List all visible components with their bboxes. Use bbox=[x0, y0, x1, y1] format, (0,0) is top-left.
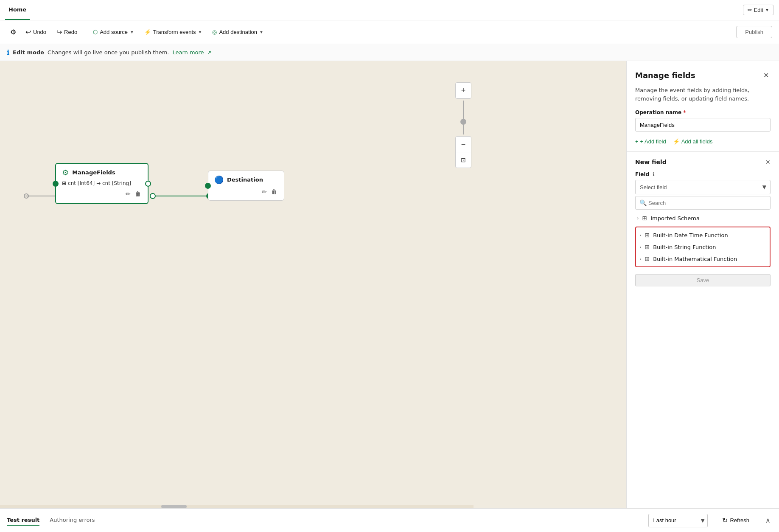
dropdown-item-imported-schema[interactable]: › ⊞ Imported Schema bbox=[635, 212, 771, 224]
add-destination-button[interactable]: ◎ Add destination ▼ bbox=[208, 26, 268, 38]
operation-name-input[interactable] bbox=[635, 118, 771, 132]
dropdown-item-math[interactable]: › ⊞ Built-in Mathematical Function bbox=[636, 253, 770, 265]
canvas-connectors bbox=[0, 61, 626, 508]
new-field-title: New field bbox=[635, 159, 667, 165]
add-source-icon: ⬡ bbox=[93, 29, 98, 35]
panel-description: Manage the event fields by adding fields… bbox=[627, 86, 779, 109]
destination-left-connector bbox=[205, 183, 211, 189]
new-field-close-button[interactable]: ✕ bbox=[765, 159, 771, 165]
field-label: Field bbox=[635, 171, 649, 177]
home-tab[interactable]: Home bbox=[5, 0, 30, 20]
destination-node-icon: 🔵 bbox=[214, 175, 224, 184]
node-content-text: cnt [Int64] → cnt [String] bbox=[68, 180, 131, 186]
select-field-dropdown[interactable]: Select field bbox=[635, 180, 771, 194]
svg-point-1 bbox=[24, 194, 28, 198]
collapse-button[interactable]: ∧ bbox=[764, 515, 772, 526]
operation-name-label: Operation name bbox=[635, 109, 681, 115]
fit-icon: ⊡ bbox=[461, 157, 466, 163]
zoom-out-button[interactable]: − bbox=[456, 137, 471, 152]
authoring-errors-tab[interactable]: Authoring errors bbox=[50, 515, 95, 526]
edit-icon: ✏ bbox=[748, 7, 752, 13]
zoom-in-button[interactable]: + bbox=[456, 83, 471, 98]
node-manage-fields-title: ManageFields bbox=[72, 169, 115, 176]
add-field-icon: + bbox=[635, 138, 639, 145]
undo-button[interactable]: ↩ Undo bbox=[21, 25, 50, 39]
node-edit-button[interactable]: ✏ bbox=[125, 190, 132, 198]
transform-events-button[interactable]: ⚡ Transform events ▼ bbox=[140, 26, 207, 38]
grid-icon: ⊞ bbox=[644, 255, 650, 262]
panel-title: Manage fields bbox=[635, 71, 695, 80]
publish-button[interactable]: Publish bbox=[736, 26, 772, 38]
chevron-right-icon: › bbox=[639, 256, 641, 262]
chevron-down-icon: ▼ bbox=[130, 30, 134, 34]
chevron-right-icon: › bbox=[639, 232, 641, 238]
lightning-icon: ⚡ bbox=[673, 138, 680, 145]
learn-more-link[interactable]: Learn more bbox=[172, 49, 204, 56]
highlighted-dropdown-section: › ⊞ Built-in Date Time Function › ⊞ Buil… bbox=[635, 227, 771, 267]
redo-button[interactable]: ↪ Redo bbox=[52, 25, 81, 39]
search-input[interactable] bbox=[635, 196, 771, 210]
panel-close-button[interactable]: ✕ bbox=[762, 70, 771, 81]
info-icon: ℹ bbox=[7, 48, 9, 56]
add-field-button[interactable]: + + Add field bbox=[635, 138, 666, 145]
dropdown-item-datetime[interactable]: › ⊞ Built-in Date Time Function bbox=[636, 229, 770, 241]
transform-icon: ⚡ bbox=[144, 29, 151, 35]
gear-icon: ⚙ bbox=[10, 28, 16, 36]
gear-button[interactable]: ⚙ bbox=[7, 25, 20, 39]
refresh-button[interactable]: ↻ Refresh bbox=[718, 514, 754, 527]
fit-to-screen-button[interactable]: ⊡ bbox=[456, 152, 471, 168]
destination-node[interactable]: 🔵 Destination ✏ 🗑 bbox=[208, 171, 284, 201]
manage-fields-panel: Manage fields ✕ Manage the event fields … bbox=[626, 61, 779, 508]
external-link-icon: ↗ bbox=[207, 50, 212, 56]
refresh-icon: ↻ bbox=[722, 516, 728, 524]
add-destination-icon: ◎ bbox=[212, 29, 217, 35]
bottom-panel: Test result Authoring errors Last hour L… bbox=[0, 508, 779, 532]
svg-point-3 bbox=[150, 193, 155, 199]
node-right-connector bbox=[145, 181, 151, 187]
manage-fields-node[interactable]: ⚙ ManageFields ⊞ cnt [Int64] → cnt [Stri… bbox=[55, 163, 149, 204]
destination-edit-button[interactable]: ✏ bbox=[261, 188, 268, 196]
chevron-down-icon: ▼ bbox=[765, 8, 769, 12]
time-filter-select[interactable]: Last hour Last 24 hours Last 7 days bbox=[648, 514, 708, 527]
edit-mode-description: Changes will go live once you publish th… bbox=[48, 49, 169, 56]
test-result-tab[interactable]: Test result bbox=[7, 515, 39, 526]
add-all-fields-button[interactable]: ⚡ Add all fields bbox=[673, 138, 713, 145]
grid-icon: ⊞ bbox=[644, 244, 650, 250]
field-info-icon: ℹ bbox=[653, 171, 655, 177]
chevron-up-icon: ∧ bbox=[765, 517, 771, 524]
chevron-right-icon: › bbox=[639, 244, 641, 250]
node-left-connector bbox=[53, 181, 59, 187]
required-indicator: * bbox=[683, 109, 686, 115]
destination-node-title: Destination bbox=[227, 176, 263, 183]
dropdown-item-string[interactable]: › ⊞ Built-in String Function bbox=[636, 241, 770, 253]
chevron-down-icon: ▼ bbox=[198, 30, 202, 34]
grid-icon: ⊞ bbox=[644, 232, 650, 238]
chevron-right-icon: › bbox=[637, 216, 639, 221]
save-button[interactable]: Save bbox=[635, 274, 771, 286]
grid-icon: ⊞ bbox=[642, 215, 647, 221]
edit-mode-label: Edit mode bbox=[13, 49, 44, 56]
redo-icon: ↪ bbox=[56, 28, 62, 36]
undo-icon: ↩ bbox=[25, 28, 31, 36]
add-source-button[interactable]: ⬡ Add source ▼ bbox=[89, 26, 138, 38]
destination-delete-button[interactable]: 🗑 bbox=[270, 188, 278, 196]
node-delete-button[interactable]: 🗑 bbox=[134, 190, 142, 198]
zoom-controls: + − ⊡ bbox=[455, 82, 471, 168]
edit-button[interactable]: ✏ Edit ▼ bbox=[743, 5, 774, 15]
node-manage-fields-icon: ⚙ bbox=[62, 168, 69, 177]
node-content-icon: ⊞ bbox=[62, 180, 66, 186]
chevron-down-icon: ▼ bbox=[259, 30, 263, 34]
